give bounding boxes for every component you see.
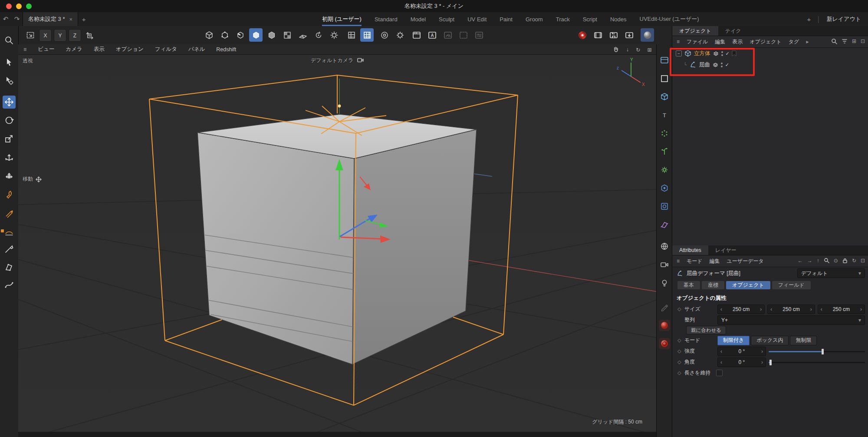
phong-tag-icon[interactable] [731,50,737,58]
render-region-icon[interactable] [457,28,470,42]
angle-slider-handle[interactable] [769,360,772,365]
viewport-menu-redshift[interactable]: Redshift [216,46,236,53]
layout-tab-standard[interactable]: Standard [375,12,398,26]
pen-tool-icon[interactable] [3,207,16,220]
strength-slider[interactable] [769,347,865,356]
redo-button[interactable]: ↷ [11,14,23,24]
modeling-settings-icon[interactable] [378,28,391,42]
strength-value[interactable]: 0 ° [725,348,759,354]
rotation-snap-icon[interactable] [312,28,325,42]
brush-tool-icon[interactable] [3,189,16,202]
camera-label[interactable]: デフォルトカメラ [311,57,353,63]
section-tab-basic[interactable]: 基本 [677,281,700,289]
om-menu-tag[interactable]: タグ [789,38,799,46]
dynamics-icon[interactable] [659,164,670,175]
tab-takes[interactable]: テイク [718,26,748,36]
camera-icon[interactable] [357,58,364,63]
keyframe-diamond-icon[interactable]: ◇ [677,338,684,343]
spinner-increment-icon[interactable]: › [759,348,766,354]
light-icon[interactable] [659,277,670,288]
object-name-cube[interactable]: 立方体 [694,50,710,57]
new-document-button[interactable]: + [78,14,89,24]
take-film-icon[interactable] [591,28,605,42]
simulation-icon[interactable] [659,146,670,157]
spinner-decrement-icon[interactable]: ‹ [768,306,775,312]
add-layout-button[interactable]: + [807,16,811,23]
scene-camera-icon[interactable] [659,259,670,270]
strength-slider-handle[interactable] [822,349,824,354]
spinner-decrement-icon[interactable]: ‹ [718,348,725,354]
minimize-window-button[interactable] [16,3,22,9]
reset-view-icon[interactable]: ↻ [636,46,640,53]
spinner-decrement-icon[interactable]: ‹ [718,359,725,365]
volume-icon[interactable] [659,182,670,194]
grid-snap-icon[interactable] [345,28,358,42]
spline-primitive-icon[interactable] [659,73,670,84]
visibility-dots-icon[interactable] [721,63,723,67]
spinner-decrement-icon[interactable]: ‹ [818,306,825,312]
om-search-icon[interactable] [831,38,837,46]
sync-icon[interactable]: ↻ [852,258,856,265]
texture-mode-icon[interactable] [280,28,294,42]
om-filter-icon[interactable] [842,38,848,46]
material-sphere-icon-1[interactable] [659,320,670,331]
om-menu-view[interactable]: 表示 [732,38,743,46]
popout-icon[interactable]: ⊡ [861,258,865,265]
close-document-icon[interactable]: × [69,16,73,23]
lock-y-axis-button[interactable]: Y [54,29,66,42]
angle-value[interactable]: 0 ° [725,359,759,365]
layout-tab-uvedit-user[interactable]: UVEdit-User (ユーザー) [640,12,699,26]
viewport-hamburger-icon[interactable]: ≡ [23,46,26,53]
draw-pencil-icon[interactable] [659,301,670,313]
visibility-dots-icon[interactable] [721,51,723,56]
interactive-render-icon[interactable] [441,28,454,42]
redshift-icon[interactable] [575,28,589,42]
layout-tab-paint[interactable]: Paint [500,12,513,26]
tree-row-bend[interactable]: └ 屈曲 ✓ [672,59,868,70]
axis-modification-tool-icon[interactable] [3,169,16,182]
spline-smooth-tool-icon[interactable] [3,278,16,291]
make-editable-icon[interactable] [202,28,216,42]
viewport-menu-options[interactable]: オプション [116,46,144,53]
toggle-views-icon[interactable]: ⊞ [648,46,652,53]
render-view-icon[interactable] [410,28,423,42]
close-window-button[interactable] [6,3,12,9]
layout-tab-model[interactable]: Model [411,12,426,26]
spinner-decrement-icon[interactable]: ‹ [718,306,725,312]
fit-to-parent-button[interactable]: 親に合わせる [686,326,726,334]
keyframe-diamond-icon[interactable]: ◇ [677,306,684,312]
lock-x-axis-button[interactable]: X [39,29,52,42]
export-film-icon[interactable] [622,28,636,42]
section-tab-field[interactable]: フィールド [772,281,811,289]
viewport-menu-display[interactable]: 表示 [94,46,105,53]
new-layout-button[interactable]: 新レイアウト [826,15,861,23]
size-y-spinner[interactable]: ‹ 250 cm › [767,305,815,314]
enabled-check-icon[interactable]: ✓ [725,62,729,68]
layout-tab-track[interactable]: Track [556,12,570,26]
track-icon[interactable]: ⊙ [834,258,838,265]
zoom-tool-icon[interactable] [3,34,16,47]
om-menu-file[interactable]: ファイル [687,38,708,46]
layer-icon[interactable] [713,62,718,68]
expander-icon[interactable]: − [676,50,682,56]
spinner-increment-icon[interactable]: › [757,306,764,312]
layout-tab-script[interactable]: Script [583,12,597,26]
field-icon[interactable] [659,201,670,212]
attr-menu-mode[interactable]: モード [687,258,703,265]
model-mode-icon[interactable] [265,28,278,42]
window-controls[interactable] [6,3,32,9]
lock-z-axis-button[interactable]: Z [69,29,81,42]
environment-icon[interactable] [659,241,670,252]
attr-menu-userdata[interactable]: ユーザーデータ [727,258,764,265]
scale-tool-icon[interactable] [3,132,16,145]
om-menu-object[interactable]: オブジェクト [750,38,782,46]
edges-mode-icon[interactable] [233,28,247,42]
tab-attributes[interactable]: Attributes [672,245,708,255]
size-x-value[interactable]: 250 cm [725,306,757,312]
select-tool-icon[interactable] [3,56,16,69]
tab-objects[interactable]: オブジェクト [672,26,718,36]
points-mode-icon[interactable] [218,28,231,42]
tool-settings-gear-icon[interactable] [393,28,407,42]
viewport-menu-camera[interactable]: カメラ [66,46,82,53]
tree-row-cube[interactable]: − 立方体 ✓ [672,48,868,59]
